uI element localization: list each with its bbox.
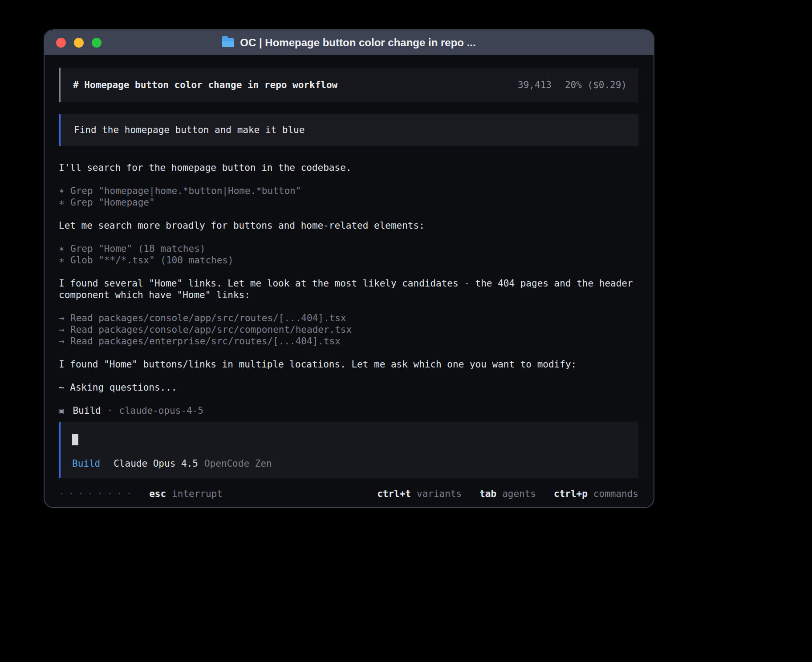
glob-tool-icon: ∗ (59, 254, 70, 266)
read-arrow-icon: → (59, 312, 70, 324)
tool-call: →Read packages/console/app/src/routes/[.… (59, 312, 638, 324)
grep-tool-icon: ∗ (59, 197, 70, 208)
grep-tool-icon: ∗ (59, 185, 70, 197)
tool-call-group: ∗Grep "homepage|home.*button|Home.*butto… (59, 185, 638, 208)
tool-call-text: Read packages/console/app/src/routes/[..… (70, 313, 346, 323)
user-message: Find the homepage button and make it blu… (59, 114, 638, 146)
user-message-text: Find the homepage button and make it blu… (74, 124, 304, 136)
tool-call-text: Grep "Home" (18 matches) (70, 243, 205, 254)
text-cursor (72, 434, 78, 445)
prompt-input[interactable]: Build Claude Opus 4.5 OpenCode Zen (59, 422, 638, 478)
session-header: # Homepage button color change in repo w… (59, 68, 638, 102)
zoom-button[interactable] (92, 38, 102, 48)
grep-tool-icon: ∗ (59, 243, 70, 254)
minimize-button[interactable] (74, 38, 84, 48)
assistant-paragraph: Let me search more broadly for buttons a… (59, 220, 638, 231)
tool-call: ∗Grep "Home" (18 matches) (59, 243, 638, 254)
asking-questions-status: ~ Asking questions... (59, 382, 638, 393)
tool-call-text: Read packages/enterprise/src/routes/[...… (70, 336, 341, 347)
shortcut-key: ctrl+p (554, 488, 588, 500)
shortcut-label: interrupt (172, 488, 223, 500)
folder-icon (222, 38, 234, 47)
tool-call-text: Grep "Homepage" (70, 197, 155, 208)
tool-call: ∗Grep "homepage|home.*button|Home.*butto… (59, 185, 638, 197)
read-arrow-icon: → (59, 324, 70, 335)
tool-call: ∗Grep "Homepage" (59, 197, 638, 208)
assistant-paragraph: I'll search for the homepage button in t… (59, 162, 638, 174)
shortcut-variants: ctrl+t variants (377, 488, 462, 500)
context-usage: 20% ($0.29) (565, 79, 627, 91)
shortcut-commands: ctrl+p commands (554, 488, 638, 500)
session-stats: 39,413 20% ($0.29) (518, 79, 627, 91)
token-count: 39,413 (518, 79, 552, 91)
shortcut-agents: tab agents (479, 488, 536, 500)
window-controls (56, 30, 102, 55)
shortcut-key: esc (149, 488, 166, 500)
shortcut-label: commands (593, 488, 638, 500)
shortcut-label: variants (417, 488, 462, 500)
tool-call-group: →Read packages/console/app/src/routes/[.… (59, 312, 638, 347)
mode-label[interactable]: Build (72, 458, 100, 469)
terminal-content: # Homepage button color change in repo w… (45, 55, 654, 508)
agent-model: claude-opus-4-5 (119, 405, 203, 416)
agent-status-line: ▣ Build · claude-opus-4-5 (59, 405, 638, 416)
spinner-dots: ········ (59, 488, 136, 500)
tool-call-text: Glob "**/*.tsx" (100 matches) (70, 255, 234, 266)
status-bar: ········ esc interrupt ctrl+t variants t… (59, 488, 638, 500)
provider-label: OpenCode Zen (204, 458, 272, 469)
close-button[interactable] (56, 38, 66, 48)
assistant-transcript: I'll search for the homepage button in t… (59, 162, 638, 416)
agent-icon: ▣ (59, 405, 64, 416)
read-arrow-icon: → (59, 335, 70, 347)
assistant-paragraph: I found "Home" buttons/links in multiple… (59, 359, 638, 370)
tool-call-text: Read packages/console/app/src/component/… (70, 324, 352, 335)
assistant-paragraph: I found several "Home" links. Let me loo… (59, 278, 638, 301)
shortcut-key: tab (479, 488, 496, 500)
shortcut-label: agents (502, 488, 536, 500)
model-label[interactable]: Claude Opus 4.5 (114, 458, 198, 469)
tool-call: →Read packages/console/app/src/component… (59, 324, 638, 335)
tool-call: ∗Glob "**/*.tsx" (100 matches) (59, 254, 638, 266)
agent-name: Build (73, 405, 101, 416)
window-titlebar[interactable]: OC | Homepage button color change in rep… (45, 30, 654, 55)
input-status-line: Build Claude Opus 4.5 OpenCode Zen (72, 458, 627, 469)
session-title: # Homepage button color change in repo w… (73, 79, 337, 91)
tool-call-group: ∗Grep "Home" (18 matches) ∗Glob "**/*.ts… (59, 243, 638, 266)
tool-call: →Read packages/enterprise/src/routes/[..… (59, 335, 638, 347)
shortcut-key: ctrl+t (377, 488, 411, 500)
separator-dot: · (107, 405, 113, 416)
shortcut-interrupt: esc interrupt (149, 488, 223, 500)
window-title: OC | Homepage button color change in rep… (240, 36, 475, 49)
tool-call-text: Grep "homepage|home.*button|Home.*button… (70, 186, 301, 196)
terminal-window: OC | Homepage button color change in rep… (44, 29, 654, 508)
